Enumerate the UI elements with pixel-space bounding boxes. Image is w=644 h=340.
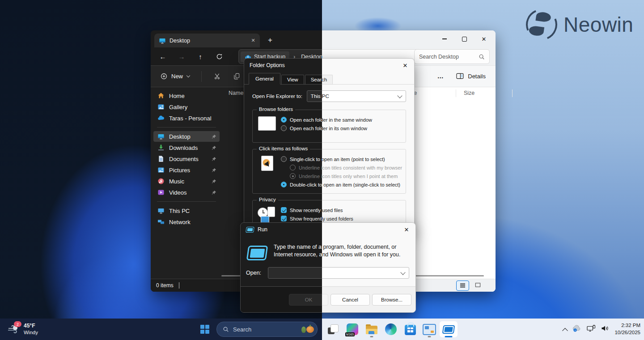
status-divider [179, 282, 179, 289]
sidebar-item-gallery[interactable]: Gallery [153, 102, 220, 112]
checkbox-icon[interactable] [281, 207, 287, 213]
sidebar-item-label: Downloads [169, 144, 198, 151]
widgets-button[interactable]: 2 45°F Windy [3, 320, 42, 338]
minimize-button[interactable] [435, 30, 454, 47]
tray-overflow-chevron-icon[interactable] [563, 327, 568, 333]
checkbox-icon[interactable] [281, 216, 287, 221]
sidebar-item-label: Pictures [169, 167, 190, 174]
column-header-name[interactable]: Name [229, 90, 243, 96]
sidebar-item-desktop[interactable]: Desktop [153, 131, 220, 142]
see-more-button[interactable]: … [433, 68, 448, 84]
close-icon[interactable]: ✕ [397, 60, 413, 71]
toolbar-right-group: … Details [433, 68, 490, 84]
radio-icon[interactable] [281, 117, 287, 123]
task-view-button[interactable] [324, 321, 342, 337]
radio-icon[interactable] [290, 165, 296, 170]
volume-tray-icon[interactable] [601, 325, 609, 333]
privacy-icon [258, 207, 276, 223]
sidebar-item-label: Documents [169, 156, 199, 162]
details-toggle[interactable]: Details [452, 68, 490, 84]
details-label: Details [468, 73, 486, 80]
taskbar-clock[interactable]: 2:32 PM 10/26/2025 [614, 322, 640, 336]
search-icon [223, 326, 229, 332]
group-legend: Browse folders [257, 106, 295, 112]
videos-icon [157, 189, 165, 196]
sidebar-item-network[interactable]: Network [153, 217, 220, 227]
sidebar-divider [157, 127, 216, 128]
cut-button[interactable] [208, 69, 226, 84]
cut-icon [214, 73, 220, 80]
sidebar-item-pictures[interactable]: Pictures [153, 165, 220, 175]
new-plus-icon [161, 73, 167, 80]
seasonal-pumpkins-icon [301, 326, 314, 333]
sidebar-item-label: Gallery [169, 104, 187, 110]
start-button[interactable] [196, 321, 214, 337]
icons-view-toggle[interactable] [472, 280, 484, 290]
maximize-button[interactable] [454, 30, 474, 47]
list-view-icon [460, 283, 466, 288]
click-items-icon [261, 156, 273, 171]
taskbar-search-box[interactable]: Search [216, 322, 318, 337]
sidebar-item-videos[interactable]: Videos [153, 187, 220, 198]
chevron-down-icon [186, 74, 190, 77]
taskbar-icon-edge[interactable] [382, 321, 400, 337]
refresh-icon [216, 53, 223, 60]
explorer-tab-desktop[interactable]: Desktop ✕ [154, 34, 260, 47]
close-icon[interactable]: ✕ [398, 224, 415, 235]
weather-condition: Windy [24, 329, 38, 336]
group-legend: Click items as follows [257, 146, 310, 151]
taskbar-icon-m365-copilot[interactable]: M365 [343, 321, 361, 337]
taskbar-icon-store[interactable] [401, 321, 419, 337]
m365-copilot-icon: M365 [347, 323, 358, 335]
open-label: Open: [246, 270, 262, 276]
sidebar-item-this-pc[interactable]: This PC [153, 205, 220, 216]
refresh-button[interactable] [210, 49, 229, 64]
neowin-logo-text: Neowin [564, 13, 633, 37]
view-toggles [456, 280, 484, 291]
network-icon [157, 218, 165, 225]
system-tray: 2:32 PM 10/26/2025 [563, 319, 640, 340]
network-tray-icon[interactable] [587, 325, 596, 334]
radio-icon[interactable] [281, 182, 287, 187]
sidebar-item-home[interactable]: Home [153, 90, 220, 101]
sidebar-item-onedrive-personal[interactable]: Taras - Personal [153, 113, 220, 123]
cancel-button[interactable]: Cancel [330, 294, 370, 306]
browse-button[interactable]: Browse... [372, 294, 411, 306]
new-button[interactable]: New [155, 69, 195, 84]
tab-view[interactable]: View [281, 75, 304, 84]
tab-general[interactable]: General [249, 73, 280, 85]
sidebar-item-music[interactable]: Music [153, 176, 220, 187]
column-separator[interactable] [512, 89, 513, 97]
radio-icon[interactable] [281, 125, 287, 131]
pin-icon [212, 157, 216, 162]
new-tab-button[interactable]: + [264, 34, 276, 46]
tab-title: Desktop [169, 38, 246, 44]
column-separator[interactable] [456, 89, 456, 97]
pictures-icon [157, 166, 165, 174]
sidebar-item-label: This PC [169, 208, 190, 214]
taskbar-icon-file-explorer[interactable] [363, 321, 381, 337]
column-header-size[interactable]: Size [464, 90, 475, 96]
new-button-label: New [171, 73, 183, 80]
pin-icon [212, 179, 216, 184]
sidebar-item-downloads[interactable]: Downloads [153, 142, 220, 153]
copy-icon [233, 73, 240, 80]
explorer-search-box[interactable]: Search Desktop [414, 49, 490, 64]
onedrive-tray-icon[interactable] [572, 325, 581, 334]
up-button[interactable]: ↑ [191, 49, 210, 64]
radio-icon[interactable] [290, 173, 296, 179]
group-legend: Privacy [257, 197, 278, 202]
onedrive-icon [157, 115, 165, 122]
copy-button[interactable] [228, 69, 246, 84]
run-icon-large [246, 246, 268, 260]
taskbar-icon-run[interactable] [440, 321, 458, 337]
close-button[interactable]: ✕ [474, 30, 494, 47]
back-button[interactable]: ← [153, 49, 172, 64]
radio-icon[interactable] [281, 156, 287, 162]
sidebar-item-documents[interactable]: Documents [153, 153, 220, 164]
forward-button[interactable]: → [172, 49, 191, 64]
neowin-logo-icon [521, 4, 562, 45]
tab-close-icon[interactable]: ✕ [249, 37, 257, 45]
taskbar-icon-folder-options[interactable] [420, 321, 438, 337]
details-view-toggle[interactable] [456, 280, 469, 291]
